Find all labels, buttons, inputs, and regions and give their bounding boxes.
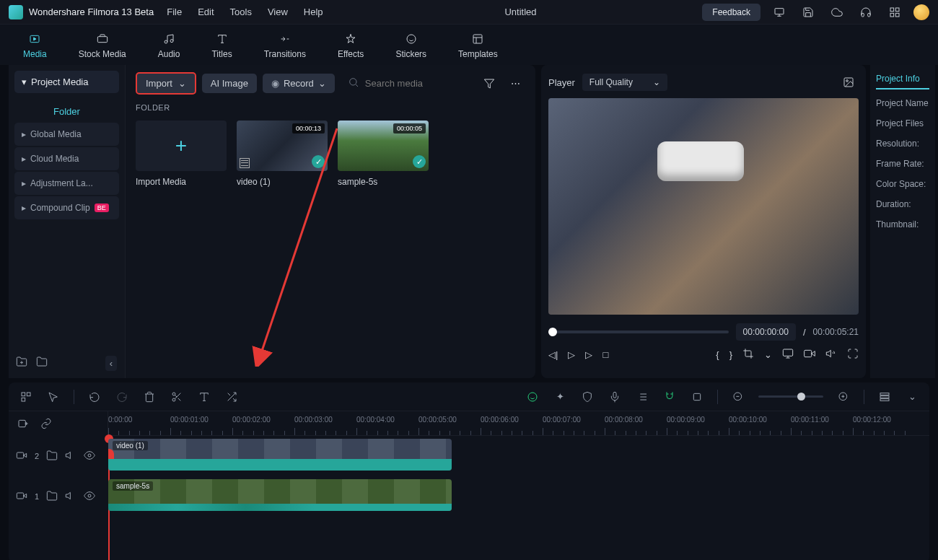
cut-icon[interactable] <box>170 390 184 404</box>
chevron-down-icon[interactable]: ⌄ <box>905 390 919 404</box>
shield-icon[interactable] <box>580 390 595 404</box>
sparkle-icon[interactable]: ✦ <box>553 390 567 404</box>
tracks[interactable]: video (1) sample-5s <box>108 436 929 517</box>
time-total: 00:00:05:21 <box>813 327 859 337</box>
media-item-sample5s[interactable]: 00:00:05 sample-5s <box>338 121 429 187</box>
sidebar-item-global[interactable]: ▸Global Media <box>14 123 119 146</box>
sidebar-item-adjustment[interactable]: ▸Adjustment La... <box>14 172 119 195</box>
zoom-in-icon[interactable] <box>836 390 851 404</box>
cursor-icon[interactable] <box>46 390 61 404</box>
media-import-tile[interactable]: + Import Media <box>136 121 227 187</box>
apps-icon[interactable] <box>19 390 33 404</box>
more-icon[interactable]: ⋯ <box>505 74 525 94</box>
magnet-icon[interactable] <box>662 390 677 404</box>
chevron-down-icon[interactable]: ⌄ <box>764 349 772 360</box>
mute-icon[interactable] <box>65 490 76 503</box>
media-item-video1[interactable]: 00:00:13 video (1) <box>237 121 328 187</box>
clip-handle[interactable] <box>108 449 114 469</box>
sidebar-item-cloud[interactable]: ▸Cloud Media <box>14 147 119 170</box>
ruler-mark: 00:00:04:00 <box>356 416 395 424</box>
sidebar-item-compound[interactable]: ▸Compound ClipBE <box>14 196 119 219</box>
save-icon[interactable] <box>798 2 818 22</box>
video-track-icon <box>16 490 27 503</box>
ai-face-icon[interactable] <box>525 390 540 404</box>
trash-icon[interactable] <box>142 390 157 404</box>
mic-icon[interactable] <box>608 390 622 404</box>
text-icon[interactable] <box>197 390 211 404</box>
svg-rect-3 <box>890 13 894 17</box>
folder-icon[interactable] <box>46 490 58 503</box>
ruler[interactable]: 0:00:0000:00:01:0000:00:02:0000:00:03:00… <box>108 411 929 436</box>
filter-icon[interactable] <box>479 74 499 94</box>
crop-icon[interactable] <box>742 348 754 362</box>
check-icon <box>413 155 426 168</box>
tab-audio[interactable]: Audio <box>152 28 186 62</box>
record-button[interactable]: ◉Record⌄ <box>263 74 335 93</box>
play-back-icon[interactable]: ▷ <box>568 349 575 360</box>
monitor-icon[interactable] <box>769 2 789 22</box>
view-mode-icon[interactable] <box>877 390 892 404</box>
headphones-icon[interactable] <box>856 2 876 22</box>
eye-icon[interactable] <box>84 450 95 463</box>
clip-sample5s[interactable]: sample-5s <box>108 479 452 511</box>
info-row: Frame Rate: <box>876 159 929 169</box>
stop-icon[interactable]: □ <box>602 349 608 360</box>
svg-rect-4 <box>895 13 899 17</box>
mute-icon[interactable] <box>65 450 76 463</box>
svg-point-19 <box>172 393 175 395</box>
menu-help[interactable]: Help <box>304 6 323 17</box>
tab-templates[interactable]: Templates <box>452 28 504 62</box>
menu-view[interactable]: View <box>268 6 288 17</box>
play-icon[interactable]: ▷ <box>585 349 592 360</box>
menu-tools[interactable]: Tools <box>230 6 252 17</box>
sidebar-header[interactable]: ▾ Project Media <box>14 71 119 93</box>
zoom-slider[interactable] <box>758 395 823 398</box>
info-panel: Project Info Project Name Project Files … <box>870 65 935 378</box>
sidebar-folder[interactable]: Folder <box>14 100 119 123</box>
folder-icon[interactable] <box>46 450 58 463</box>
snapshot-icon[interactable] <box>838 72 859 92</box>
tab-transitions[interactable]: Transitions <box>258 28 312 62</box>
mark-out-icon[interactable]: } <box>729 349 732 360</box>
list-icon[interactable] <box>635 390 649 404</box>
marker-icon[interactable] <box>690 390 704 404</box>
fullscreen-icon[interactable] <box>847 348 859 362</box>
tab-media[interactable]: Media <box>17 28 53 62</box>
camera-icon[interactable] <box>804 348 815 362</box>
info-tab[interactable]: Project Info <box>876 74 929 89</box>
menu-edit[interactable]: Edit <box>198 6 214 17</box>
redo-icon[interactable] <box>115 390 129 404</box>
grid-icon[interactable] <box>885 2 905 22</box>
ai-image-button[interactable]: AI Image <box>202 74 257 93</box>
collapse-icon[interactable]: ‹ <box>105 356 117 371</box>
tab-effects[interactable]: Effects <box>332 28 369 62</box>
ruler-mark: 00:00:05:00 <box>418 416 457 424</box>
import-button[interactable]: Import⌄ <box>136 72 196 95</box>
quality-select[interactable]: Full Quality⌄ <box>582 74 667 91</box>
cloud-icon[interactable] <box>827 2 847 22</box>
user-avatar[interactable] <box>913 4 929 20</box>
prev-frame-icon[interactable]: ◁| <box>548 349 558 360</box>
tab-titles[interactable]: Titles <box>206 28 237 62</box>
tab-stock-media[interactable]: Stock Media <box>73 28 132 62</box>
new-folder-icon[interactable] <box>16 356 27 371</box>
preview-viewport[interactable] <box>548 98 859 315</box>
folder-section-label: FOLDER <box>136 103 525 112</box>
mark-in-icon[interactable]: { <box>716 349 719 360</box>
zoom-out-icon[interactable] <box>731 390 745 404</box>
link-icon[interactable] <box>39 416 53 431</box>
volume-icon[interactable] <box>825 348 837 362</box>
folder-icon[interactable] <box>36 356 48 371</box>
search-input[interactable] <box>365 78 466 89</box>
eye-icon[interactable] <box>84 490 95 503</box>
swap-icon[interactable] <box>224 390 239 404</box>
progress-slider[interactable] <box>548 331 729 333</box>
display-icon[interactable] <box>782 348 794 362</box>
tab-stickers[interactable]: Stickers <box>390 28 432 62</box>
svg-rect-1 <box>890 8 894 12</box>
clip-video1[interactable]: video (1) <box>108 439 452 471</box>
undo-icon[interactable] <box>87 390 102 404</box>
add-track-icon[interactable] <box>16 416 30 431</box>
menu-file[interactable]: File <box>167 6 182 17</box>
feedback-button[interactable]: Feedback <box>702 4 761 21</box>
